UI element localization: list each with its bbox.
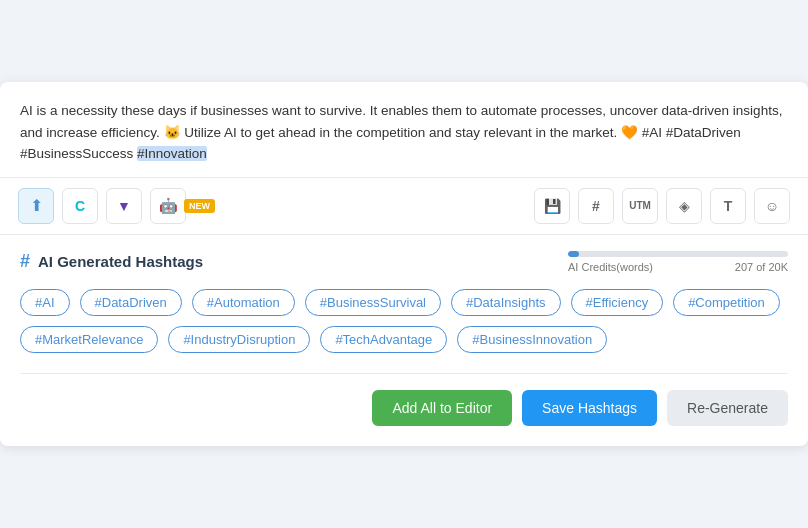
highlighted-hashtag: #Innovation (137, 146, 207, 161)
credits-block: AI Credits(words) 207 of 20K (568, 251, 788, 273)
hashtag-tag[interactable]: #AI (20, 289, 70, 316)
action-buttons: Add All to Editor Save Hashtags Re-Gener… (20, 390, 788, 434)
new-badge: NEW (184, 199, 215, 213)
toolbar-left: ⬆ C ▼ 🤖 NEW (18, 188, 215, 224)
save-hashtags-button[interactable]: Save Hashtags (522, 390, 657, 426)
hashtag-tag[interactable]: #Efficiency (571, 289, 664, 316)
floppy-disk-icon: 💾 (544, 198, 561, 214)
link-tool-button[interactable]: ◈ (666, 188, 702, 224)
hashtag-section-title: AI Generated Hashtags (38, 253, 203, 270)
robot-icon: 🤖 (159, 197, 178, 215)
hashtag-toolbar-button[interactable]: # (578, 188, 614, 224)
c-tool-button[interactable]: C (62, 188, 98, 224)
hashtag-tag[interactable]: #IndustryDisruption (168, 326, 310, 353)
robot-button[interactable]: 🤖 (150, 188, 186, 224)
credits-label: AI Credits(words) (568, 261, 653, 273)
credits-value: 207 of 20K (735, 261, 788, 273)
utm-button[interactable]: UTM (622, 188, 658, 224)
vuejs-icon: ▼ (117, 198, 131, 214)
hashtag-tag[interactable]: #Competition (673, 289, 780, 316)
emoji-button[interactable]: ☺ (754, 188, 790, 224)
robot-tool-wrapper: 🤖 NEW (150, 188, 215, 224)
hashtag-tag[interactable]: #DataDriven (80, 289, 182, 316)
text-format-button[interactable]: T (710, 188, 746, 224)
diamond-link-icon: ◈ (679, 198, 690, 214)
save-toolbar-button[interactable]: 💾 (534, 188, 570, 224)
hashtag-tag[interactable]: #TechAdvantage (320, 326, 447, 353)
hashtag-header: # AI Generated Hashtags AI Credits(words… (20, 251, 788, 273)
cloud-upload-icon: ⬆ (30, 196, 43, 215)
section-hash-icon: # (20, 251, 30, 272)
v-tool-button[interactable]: ▼ (106, 188, 142, 224)
hashtag-tag[interactable]: #BusinessSurvival (305, 289, 441, 316)
main-container: AI is a necessity these days if business… (0, 82, 808, 446)
cloud-upload-button[interactable]: ⬆ (18, 188, 54, 224)
toolbar-right: 💾 # UTM ◈ T ☺ (534, 188, 790, 224)
hashtag-tag[interactable]: #Automation (192, 289, 295, 316)
section-divider (20, 373, 788, 374)
hashtag-title-wrapper: # AI Generated Hashtags (20, 251, 203, 272)
paragraph-text: AI is a necessity these days if business… (20, 103, 782, 161)
text-content-area: AI is a necessity these days if business… (0, 82, 808, 178)
toolbar: ⬆ C ▼ 🤖 NEW 💾 # UTM (0, 178, 808, 235)
text-format-icon: T (724, 198, 733, 214)
hashtag-tag[interactable]: #MarketRelevance (20, 326, 158, 353)
emoji-icon: ☺ (765, 198, 779, 214)
canva-icon: C (75, 198, 85, 214)
regenerate-button[interactable]: Re-Generate (667, 390, 788, 426)
hashtags-grid: #AI#DataDriven#Automation#BusinessSurviv… (20, 289, 788, 353)
hashtag-tag[interactable]: #BusinessInnovation (457, 326, 607, 353)
add-all-to-editor-button[interactable]: Add All to Editor (372, 390, 512, 426)
hashtag-tag[interactable]: #DataInsights (451, 289, 561, 316)
hashtag-section: # AI Generated Hashtags AI Credits(words… (0, 235, 808, 446)
credits-progress-bar (568, 251, 788, 257)
hash-toolbar-icon: # (592, 198, 600, 214)
credits-text: AI Credits(words) 207 of 20K (568, 261, 788, 273)
utm-icon: UTM (629, 200, 651, 211)
credits-bar-fill (568, 251, 579, 257)
